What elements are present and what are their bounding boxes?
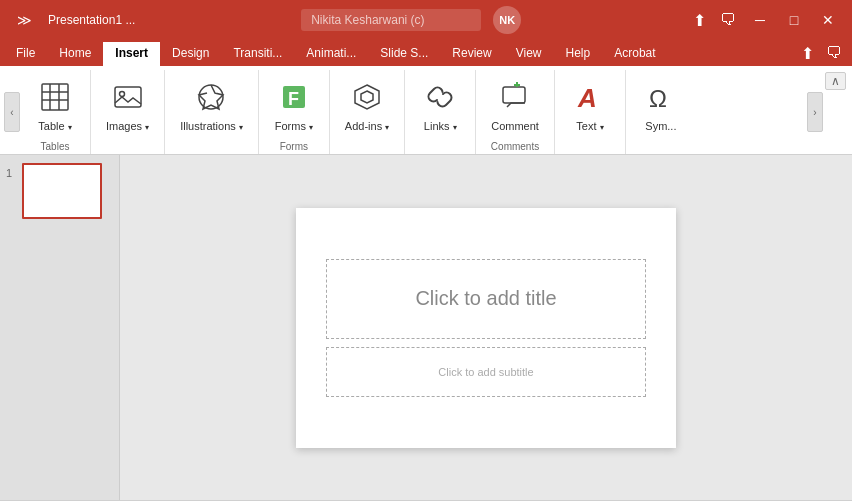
text-items: A Text ▾ bbox=[563, 72, 617, 152]
svg-rect-10 bbox=[503, 87, 525, 103]
svg-point-6 bbox=[119, 92, 124, 97]
table-button[interactable]: Table ▾ bbox=[28, 72, 82, 137]
slide-canvas: Click to add title Click to add subtitle bbox=[296, 208, 676, 448]
tab-transitions[interactable]: Transiti... bbox=[221, 40, 294, 66]
svg-text:F: F bbox=[288, 89, 299, 109]
forms-items: F Forms ▾ bbox=[267, 72, 321, 141]
svg-rect-0 bbox=[42, 84, 68, 110]
symbols-items: Ω Sym... bbox=[634, 72, 688, 152]
table-label: Table ▾ bbox=[38, 120, 71, 132]
links-items: Links ▾ bbox=[413, 72, 467, 152]
slide-thumbnail[interactable] bbox=[22, 163, 102, 219]
ribbon: File Home Insert Design Transiti... Anim… bbox=[0, 40, 852, 155]
comments-items: Comment bbox=[484, 72, 546, 141]
illustrations-label: Illustrations ▾ bbox=[180, 120, 243, 132]
links-icon bbox=[420, 77, 460, 117]
illustrations-icon bbox=[191, 77, 231, 117]
title-bar: ≫ Presentation1 ... NK ⬆ 🗨 ─ □ ✕ bbox=[0, 0, 852, 40]
ribbon-group-illustrations: Illustrations ▾ bbox=[165, 70, 259, 154]
addins-button[interactable]: Add-ins ▾ bbox=[338, 72, 396, 137]
slide-number: 1 bbox=[6, 163, 18, 179]
ribbon-group-forms: F Forms ▾ Forms bbox=[259, 70, 330, 154]
ribbon-collapse-button[interactable]: ∧ bbox=[825, 72, 846, 90]
share-button[interactable]: ⬆ bbox=[687, 9, 712, 32]
links-button[interactable]: Links ▾ bbox=[413, 72, 467, 137]
ribbon-nav-right[interactable]: › bbox=[807, 92, 823, 132]
ribbon-group-symbols: Ω Sym... bbox=[626, 70, 696, 154]
images-label: Images ▾ bbox=[106, 120, 149, 132]
tables-items: Table ▾ bbox=[28, 72, 82, 141]
expand-button[interactable]: ≫ bbox=[8, 4, 40, 36]
comment-button[interactable]: Comment bbox=[484, 72, 546, 137]
tab-design[interactable]: Design bbox=[160, 40, 221, 66]
tab-help[interactable]: Help bbox=[554, 40, 603, 66]
text-icon: A bbox=[570, 77, 610, 117]
ribbon-group-links: Links ▾ bbox=[405, 70, 476, 154]
user-badge: NK bbox=[493, 6, 521, 34]
symbols-icon: Ω bbox=[641, 77, 681, 117]
forms-label: Forms ▾ bbox=[275, 120, 313, 132]
app-title: Presentation1 ... bbox=[48, 13, 135, 27]
images-button[interactable]: Images ▾ bbox=[99, 72, 156, 137]
titlebar-right: ⬆ 🗨 ─ □ ✕ bbox=[687, 4, 844, 36]
addins-items: Add-ins ▾ bbox=[338, 72, 396, 152]
tab-review[interactable]: Review bbox=[440, 40, 503, 66]
symbols-button[interactable]: Ω Sym... bbox=[634, 72, 688, 137]
comments-group-label: Comments bbox=[491, 141, 539, 154]
images-icon bbox=[108, 77, 148, 117]
comments-button[interactable]: 🗨 bbox=[714, 9, 742, 31]
ribbon-group-tables: Table ▾ Tables bbox=[20, 70, 91, 154]
slide-editor: Click to add title Click to add subtitle bbox=[120, 155, 852, 500]
text-label: Text ▾ bbox=[576, 120, 603, 132]
comments-ribbon-button[interactable]: 🗨 bbox=[820, 42, 848, 64]
slide-panel: 1 bbox=[0, 155, 120, 500]
text-button[interactable]: A Text ▾ bbox=[563, 72, 617, 137]
svg-rect-5 bbox=[115, 87, 141, 107]
tab-view[interactable]: View bbox=[504, 40, 554, 66]
illustrations-button[interactable]: Illustrations ▾ bbox=[173, 72, 250, 137]
tab-acrobat[interactable]: Acrobat bbox=[602, 40, 667, 66]
comment-icon bbox=[495, 77, 535, 117]
images-items: Images ▾ bbox=[99, 72, 156, 152]
restore-button[interactable]: □ bbox=[778, 4, 810, 36]
share-ribbon-button[interactable]: ⬆ bbox=[795, 42, 820, 65]
illustrations-items: Illustrations ▾ bbox=[173, 72, 250, 152]
links-label: Links ▾ bbox=[424, 120, 457, 132]
tables-group-label: Tables bbox=[41, 141, 70, 154]
tab-animations[interactable]: Animati... bbox=[294, 40, 368, 66]
addins-label: Add-ins ▾ bbox=[345, 120, 389, 132]
tab-insert[interactable]: Insert bbox=[103, 40, 160, 66]
ribbon-group-images: Images ▾ bbox=[91, 70, 165, 154]
tabs-row: File Home Insert Design Transiti... Anim… bbox=[0, 40, 852, 66]
tab-slideshow[interactable]: Slide S... bbox=[368, 40, 440, 66]
slide-thumb-container: 1 bbox=[6, 163, 113, 219]
ribbon-nav-left[interactable]: ‹ bbox=[4, 92, 20, 132]
svg-text:A: A bbox=[577, 83, 597, 113]
main-area: 1 Click to add title Click to add subtit… bbox=[0, 155, 852, 500]
ribbon-group-text: A Text ▾ bbox=[555, 70, 626, 154]
forms-button[interactable]: F Forms ▾ bbox=[267, 72, 321, 137]
ribbon-content: ‹ Table ▾ Tables bbox=[0, 66, 852, 154]
ribbon-group-addins: Add-ins ▾ bbox=[330, 70, 405, 154]
svg-text:Ω: Ω bbox=[649, 85, 667, 112]
search-input[interactable] bbox=[301, 9, 481, 31]
symbols-label: Sym... bbox=[645, 120, 676, 132]
slide-title-placeholder[interactable]: Click to add title bbox=[326, 259, 646, 339]
table-icon bbox=[35, 77, 75, 117]
slide-subtitle-placeholder[interactable]: Click to add subtitle bbox=[326, 347, 646, 397]
titlebar-left: ≫ Presentation1 ... bbox=[8, 4, 135, 36]
forms-group-label: Forms bbox=[280, 141, 308, 154]
titlebar-center: NK bbox=[301, 6, 521, 34]
minimize-button[interactable]: ─ bbox=[744, 4, 776, 36]
ribbon-tabs: File Home Insert Design Transiti... Anim… bbox=[0, 40, 791, 66]
tab-file[interactable]: File bbox=[4, 40, 47, 66]
addins-icon bbox=[347, 77, 387, 117]
comment-label: Comment bbox=[491, 120, 539, 132]
forms-icon: F bbox=[274, 77, 314, 117]
close-button[interactable]: ✕ bbox=[812, 4, 844, 36]
tab-home[interactable]: Home bbox=[47, 40, 103, 66]
ribbon-group-comments: Comment Comments bbox=[476, 70, 555, 154]
